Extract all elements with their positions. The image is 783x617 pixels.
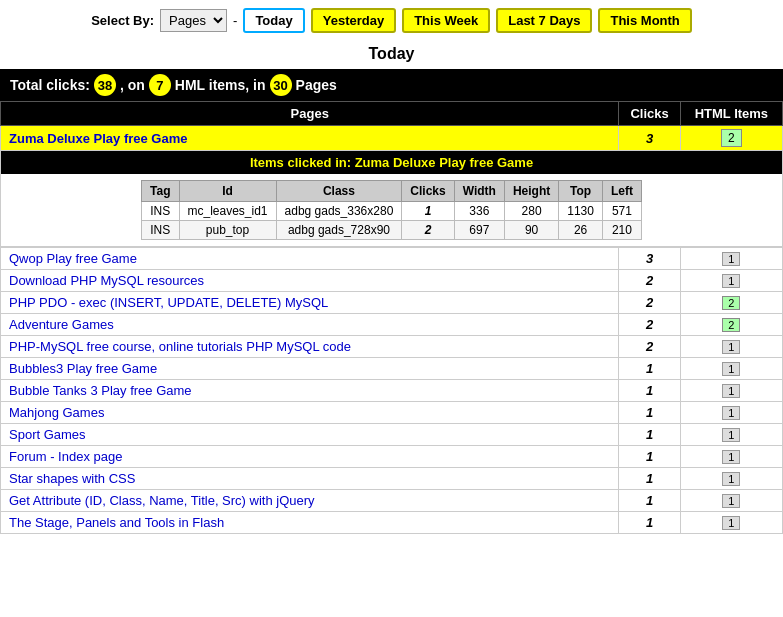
html-badge: 1: [722, 362, 740, 376]
page-link[interactable]: The Stage, Panels and Tools in Flash: [9, 515, 224, 530]
inner-cell-class: adbg gads_336x280: [276, 202, 402, 221]
clicks-cell: 2: [619, 270, 680, 292]
table-row: PHP PDO - exec (INSERT, UPDATE, DELETE) …: [1, 292, 783, 314]
html-badge: 1: [722, 274, 740, 288]
table-row: Adventure Games22: [1, 314, 783, 336]
data-rows-table: Qwop Play free Game31Download PHP MySQL …: [0, 247, 783, 534]
hml-label: HML items, in: [175, 77, 266, 93]
page-link[interactable]: Download PHP MySQL resources: [9, 273, 204, 288]
html-badge: 1: [722, 384, 740, 398]
yesterday-button[interactable]: Yesterday: [311, 8, 396, 33]
page-cell: Get Attribute (ID, Class, Name, Title, S…: [1, 490, 619, 512]
pages-label: Pages: [296, 77, 337, 93]
clicks-cell: 2: [619, 314, 680, 336]
html-cell: 1: [680, 468, 782, 490]
page-cell: Sport Games: [1, 424, 619, 446]
html-cell: 1: [680, 336, 782, 358]
inner-class-header: Class: [276, 181, 402, 202]
page-link[interactable]: Adventure Games: [9, 317, 114, 332]
html-cell: 1: [680, 446, 782, 468]
last-7-days-button[interactable]: Last 7 Days: [496, 8, 592, 33]
inner-clicks-header: Clicks: [402, 181, 454, 202]
page-link[interactable]: PHP-MySQL free course, online tutorials …: [9, 339, 351, 354]
page-link[interactable]: Qwop Play free Game: [9, 251, 137, 266]
inner-cell-height: 280: [504, 202, 558, 221]
page-cell: PHP PDO - exec (INSERT, UPDATE, DELETE) …: [1, 292, 619, 314]
page-link[interactable]: PHP PDO - exec (INSERT, UPDATE, DELETE) …: [9, 295, 328, 310]
page-link[interactable]: Sport Games: [9, 427, 86, 442]
html-badge: 1: [722, 472, 740, 486]
zuma-html-cell: 2: [680, 126, 782, 151]
page-link[interactable]: Mahjong Games: [9, 405, 104, 420]
total-clicks-label: Total clicks:: [10, 77, 90, 93]
inner-row: INSmc_leaves_id1adbg gads_336x2801336280…: [142, 202, 642, 221]
clicks-cell: 1: [619, 490, 680, 512]
inner-cell-height: 90: [504, 221, 558, 240]
page-title: Today: [0, 41, 783, 69]
table-row: The Stage, Panels and Tools in Flash11: [1, 512, 783, 534]
html-cell: 1: [680, 424, 782, 446]
inner-tag-header: Tag: [142, 181, 179, 202]
select-by-dropdown[interactable]: Pages: [160, 9, 227, 32]
inner-cell-class: adbg gads_728x90: [276, 221, 402, 240]
inner-id-header: Id: [179, 181, 276, 202]
html-cell: 1: [680, 402, 782, 424]
html-badge: 2: [722, 296, 740, 310]
zuma-clicks-cell: 3: [619, 126, 680, 151]
page-cell: PHP-MySQL free course, online tutorials …: [1, 336, 619, 358]
inner-cell-width: 697: [454, 221, 504, 240]
expanded-prefix: Items clicked in:: [250, 155, 355, 170]
expanded-page-name: Zuma Deluxe Play free Game: [355, 155, 533, 170]
clicks-header: Clicks: [619, 102, 680, 126]
table-row: Qwop Play free Game31: [1, 248, 783, 270]
page-cell: Qwop Play free Game: [1, 248, 619, 270]
html-items-header: HTML Items: [680, 102, 782, 126]
page-cell: Forum - Index page: [1, 446, 619, 468]
html-badge: 1: [722, 252, 740, 266]
clicks-cell: 1: [619, 380, 680, 402]
zuma-page-link[interactable]: Zuma Deluxe Play free Game: [9, 131, 187, 146]
html-cell: 1: [680, 248, 782, 270]
this-month-button[interactable]: This Month: [598, 8, 691, 33]
zuma-page-cell: Zuma Deluxe Play free Game: [1, 126, 619, 151]
pages-header: Pages: [1, 102, 619, 126]
table-row: Download PHP MySQL resources21: [1, 270, 783, 292]
clicks-cell: 1: [619, 512, 680, 534]
inner-cell-top: 1130: [559, 202, 603, 221]
page-cell: Download PHP MySQL resources: [1, 270, 619, 292]
table-row: Bubbles3 Play free Game11: [1, 358, 783, 380]
inner-cell-top: 26: [559, 221, 603, 240]
page-link[interactable]: Bubbles3 Play free Game: [9, 361, 157, 376]
html-badge: 1: [722, 428, 740, 442]
inner-cell-left: 571: [602, 202, 641, 221]
dash: -: [233, 13, 237, 28]
table-row: Mahjong Games11: [1, 402, 783, 424]
page-link[interactable]: Forum - Index page: [9, 449, 122, 464]
page-link[interactable]: Bubble Tanks 3 Play free Game: [9, 383, 192, 398]
this-week-button[interactable]: This Week: [402, 8, 490, 33]
html-badge: 1: [722, 494, 740, 508]
html-cell: 1: [680, 380, 782, 402]
table-row: Forum - Index page11: [1, 446, 783, 468]
clicks-cell: 1: [619, 446, 680, 468]
inner-cell-left: 210: [602, 221, 641, 240]
page-link[interactable]: Star shapes with CSS: [9, 471, 135, 486]
table-row: Bubble Tanks 3 Play free Game11: [1, 380, 783, 402]
page-link[interactable]: Get Attribute (ID, Class, Name, Title, S…: [9, 493, 315, 508]
zuma-html-badge: 2: [721, 129, 742, 147]
today-button[interactable]: Today: [243, 8, 304, 33]
inner-height-header: Height: [504, 181, 558, 202]
clicks-cell: 2: [619, 292, 680, 314]
inner-top-header: Top: [559, 181, 603, 202]
expanded-header: Items clicked in: Zuma Deluxe Play free …: [1, 151, 782, 174]
clicks-cell: 1: [619, 468, 680, 490]
page-cell: Adventure Games: [1, 314, 619, 336]
main-table: Pages Clicks HTML Items Zuma Deluxe Play…: [0, 101, 783, 247]
clicks-cell: 1: [619, 402, 680, 424]
inner-cell-clicks: 1: [402, 202, 454, 221]
zuma-expanded-row: Items clicked in: Zuma Deluxe Play free …: [1, 151, 783, 247]
table-row: PHP-MySQL free course, online tutorials …: [1, 336, 783, 358]
select-by-label: Select By:: [91, 13, 154, 28]
inner-cell-tag: INS: [142, 221, 179, 240]
inner-cell-id: mc_leaves_id1: [179, 202, 276, 221]
